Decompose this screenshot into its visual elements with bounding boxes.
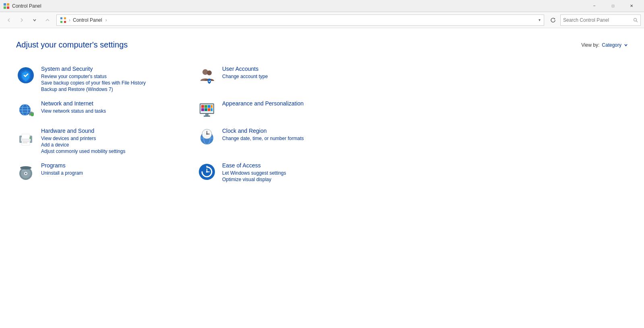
svg-rect-36 [22, 134, 30, 139]
system-security-links: Review your computer's status Save backu… [41, 74, 189, 92]
address-bar[interactable]: › Control Panel › ▾ [56, 14, 544, 26]
clock-region-title[interactable]: Clock and Region [222, 128, 370, 134]
page-header: Adjust your computer's settings View by:… [16, 40, 628, 50]
appearance-content: Appearance and Personalization [222, 100, 370, 108]
svg-point-21 [31, 113, 34, 116]
svg-rect-6 [60, 21, 62, 23]
category-user-accounts: User Accounts Change account type [197, 62, 378, 96]
svg-rect-19 [30, 111, 31, 113]
hardware-sound-link-1[interactable]: Add a device [41, 142, 189, 148]
ease-of-access-link-0[interactable]: Let Windows suggest settings [222, 170, 370, 176]
address-dropdown-arrow[interactable]: ▾ [539, 18, 541, 22]
system-security-link-1[interactable]: Save backup copies of your files with Fi… [41, 80, 189, 86]
view-by-control: View by: Category [581, 42, 628, 48]
view-by-label: View by: [581, 42, 599, 48]
address-bar-suffix: › [105, 17, 107, 23]
programs-title[interactable]: Programs [41, 162, 189, 169]
svg-rect-7 [64, 21, 66, 23]
system-security-content: System and Security Review your computer… [41, 66, 189, 92]
svg-rect-29 [204, 108, 207, 111]
ease-of-access-content: Ease of Access Let Windows suggest setti… [222, 162, 370, 182]
user-accounts-title[interactable]: User Accounts [222, 66, 370, 72]
nav-dropdown-button[interactable] [29, 14, 40, 26]
search-bar[interactable] [560, 14, 641, 26]
ease-of-access-link-1[interactable]: Optimize visual display [222, 177, 370, 182]
categories-grid: System and Security Review your computer… [16, 62, 378, 186]
user-accounts-links: Change account type [222, 74, 370, 79]
category-clock-region: Clock and Region Change date, time, or n… [197, 124, 378, 158]
network-internet-content: Network and Internet View network status… [41, 100, 189, 114]
user-accounts-link-0[interactable]: Change account type [222, 74, 370, 79]
programs-icon [16, 162, 35, 182]
svg-rect-20 [31, 111, 32, 113]
programs-link-0[interactable]: Uninstall a program [41, 170, 189, 176]
system-security-link-0[interactable]: Review your computer's status [41, 74, 189, 79]
category-hardware-sound: Hardware and Sound View devices and prin… [16, 124, 197, 158]
clock-region-link-0[interactable]: Change date, time, or number formats [222, 136, 370, 141]
category-system-security: System and Security Review your computer… [16, 62, 197, 96]
hardware-sound-link-2[interactable]: Adjust commonly used mobility settings [41, 149, 189, 154]
title-bar-text: Control Panel [12, 3, 41, 9]
address-bar-icon [60, 17, 66, 23]
nav-bar: › Control Panel › ▾ [0, 12, 644, 28]
close-button[interactable]: ✕ [622, 0, 641, 12]
clock-region-links: Change date, time, or number formats [222, 136, 370, 141]
address-bar-text: Control Panel [73, 17, 102, 23]
clock-region-content: Clock and Region Change date, time, or n… [222, 128, 370, 141]
svg-point-53 [20, 166, 31, 169]
control-panel-icon [3, 3, 10, 9]
category-network-internet: Network and Internet View network status… [16, 96, 197, 124]
ease-of-access-title[interactable]: Ease of Access [222, 162, 370, 169]
svg-rect-26 [208, 105, 211, 108]
svg-point-57 [206, 171, 208, 173]
maximize-button[interactable]: □ [604, 0, 622, 12]
system-security-link-2[interactable]: Backup and Restore (Windows 7) [41, 87, 189, 92]
network-internet-link-0[interactable]: View network status and tasks [41, 108, 189, 114]
view-by-value[interactable]: Category [602, 42, 621, 48]
svg-rect-2 [4, 6, 6, 9]
svg-rect-27 [211, 105, 213, 108]
svg-rect-31 [211, 108, 213, 111]
up-button[interactable] [42, 14, 53, 26]
svg-rect-1 [7, 3, 9, 6]
svg-rect-25 [204, 105, 207, 108]
svg-rect-28 [201, 108, 204, 111]
svg-rect-30 [208, 108, 211, 111]
hardware-sound-title[interactable]: Hardware and Sound [41, 128, 189, 134]
address-bar-separator: › [69, 17, 70, 23]
network-internet-icon [16, 100, 35, 120]
user-accounts-content: User Accounts Change account type [222, 66, 370, 79]
svg-line-9 [636, 21, 638, 22]
title-bar-controls: − □ ✕ [585, 0, 641, 12]
system-security-icon [16, 66, 35, 85]
network-internet-title[interactable]: Network and Internet [41, 100, 189, 107]
svg-point-12 [207, 70, 212, 75]
forward-button[interactable] [16, 14, 27, 26]
search-icon [633, 18, 638, 23]
minimize-button[interactable]: − [585, 0, 604, 12]
svg-rect-24 [201, 105, 204, 108]
back-button[interactable] [3, 14, 14, 26]
title-bar: Control Panel − □ ✕ [0, 0, 644, 12]
refresh-button[interactable] [547, 14, 559, 26]
svg-rect-4 [60, 17, 62, 19]
clock-region-icon [197, 128, 217, 147]
user-accounts-icon [197, 66, 217, 85]
search-input[interactable] [563, 17, 632, 23]
appearance-icon [197, 100, 217, 120]
view-by-dropdown-icon[interactable] [624, 43, 628, 47]
svg-point-40 [29, 137, 31, 139]
programs-links: Uninstall a program [41, 170, 189, 176]
svg-rect-0 [4, 3, 6, 6]
page-title: Adjust your computer's settings [16, 40, 128, 50]
system-security-title[interactable]: System and Security [41, 66, 189, 72]
refresh-icon [550, 17, 556, 23]
appearance-title[interactable]: Appearance and Personalization [222, 100, 370, 107]
hardware-sound-link-0[interactable]: View devices and printers [41, 136, 189, 141]
category-appearance: Appearance and Personalization [197, 96, 378, 124]
ease-of-access-icon [197, 162, 217, 182]
svg-rect-3 [7, 6, 9, 9]
network-internet-links: View network status and tasks [41, 108, 189, 114]
title-bar-left: Control Panel [3, 3, 41, 9]
svg-rect-5 [64, 17, 66, 19]
